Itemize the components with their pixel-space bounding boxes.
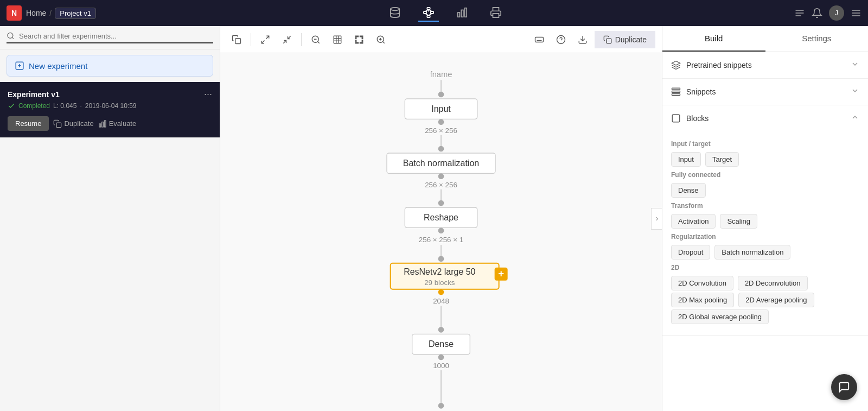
batch-norm-label: Batch normalization <box>403 159 479 168</box>
reshape-dims: 256 × 256 × 1 <box>419 236 463 244</box>
help-button[interactable] <box>551 30 571 49</box>
blocks-header[interactable]: Blocks <box>662 105 868 131</box>
2d-maxpool-chip[interactable]: 2D Max pooling <box>671 293 734 307</box>
nav-network[interactable] <box>418 4 439 22</box>
blocks-chevron <box>851 113 859 124</box>
dense-chip[interactable]: Dense <box>671 183 706 198</box>
project-name[interactable]: Project v1 <box>55 8 96 19</box>
new-experiment-button[interactable]: New experiment <box>7 55 213 77</box>
experiment-menu-button[interactable]: ··· <box>204 88 212 100</box>
canvas-toolbar: Duplicate <box>220 26 662 53</box>
snippets-title: Snippets <box>671 87 716 97</box>
2d-row-2: 2D Max pooling 2D Average pooling <box>671 293 859 307</box>
svg-marker-85 <box>672 61 680 66</box>
pretrained-snippets-label: Pretrained snippets <box>686 61 752 69</box>
breadcrumb: Home / Project v1 <box>26 8 96 19</box>
svg-rect-13 <box>493 14 499 17</box>
search-container <box>0 26 220 49</box>
svg-point-61 <box>438 146 444 152</box>
batch-norm-chip[interactable]: Batch normalization <box>714 245 790 260</box>
duplicate-toolbar-button[interactable]: Duplicate <box>595 31 655 48</box>
svg-line-30 <box>266 36 269 39</box>
search-icon <box>7 31 15 40</box>
duplicate-button[interactable]: Duplicate <box>53 119 93 128</box>
evaluate-button[interactable]: Evaluate <box>98 119 137 128</box>
fit-alt-button[interactable] <box>349 30 369 49</box>
hamburger-icon[interactable] <box>851 8 861 18</box>
svg-point-65 <box>438 200 444 206</box>
duplicate-toolbar-label: Duplicate <box>615 35 647 44</box>
copy-toolbar-button[interactable] <box>227 30 246 49</box>
svg-point-67 <box>438 227 444 233</box>
svg-rect-29 <box>235 38 241 43</box>
activation-chip[interactable]: Activation <box>671 214 716 229</box>
input-node-label: Input <box>431 104 451 113</box>
collapse-panel-button[interactable] <box>651 208 662 230</box>
experiment-status: Completed L: 0.045 · 2019-06-04 10:59 <box>8 102 212 110</box>
nav-print[interactable] <box>486 4 506 22</box>
zoom-in-button[interactable] <box>371 30 391 49</box>
tab-build[interactable]: Build <box>662 26 765 52</box>
input-target-label: Input / target <box>671 140 859 148</box>
layers-icon-1 <box>671 60 681 70</box>
snippets-label: Snippets <box>686 87 716 96</box>
lines-icon[interactable] <box>794 8 805 18</box>
snippets-header[interactable]: Snippets <box>662 79 868 105</box>
svg-rect-11 <box>461 10 463 17</box>
status-completed: Completed <box>18 102 50 110</box>
batch-norm-dims: 256 × 256 <box>425 181 457 189</box>
svg-rect-1 <box>427 8 430 10</box>
zoom-out-button[interactable] <box>306 30 326 49</box>
svg-rect-27 <box>101 122 103 127</box>
2d-globalavg-chip[interactable]: 2D Global average pooling <box>671 309 769 324</box>
evaluate-label: Evaluate <box>109 119 137 128</box>
pretrained-snippets-title: Pretrained snippets <box>671 60 752 70</box>
input-chip[interactable]: Input <box>671 152 701 167</box>
scaling-chip[interactable]: Scaling <box>720 214 757 229</box>
2d-conv-chip[interactable]: 2D Convolution <box>671 276 733 290</box>
sidebar: New experiment Experiment v1 ··· Complet… <box>0 26 220 411</box>
expand-toolbar-button[interactable] <box>256 30 275 49</box>
blocks-content: Input / target Input Target Fully connec… <box>662 131 868 335</box>
svg-rect-2 <box>423 11 426 14</box>
bell-icon[interactable] <box>812 8 822 18</box>
2d-avgpool-chip[interactable]: 2D Average pooling <box>738 293 814 307</box>
experiment-date: 2019-06-04 10:59 <box>85 102 137 110</box>
pretrained-snippets-header[interactable]: Pretrained snippets <box>662 52 868 78</box>
svg-point-75 <box>438 355 444 361</box>
dropout-chip[interactable]: Dropout <box>671 245 710 260</box>
svg-line-35 <box>317 41 319 43</box>
pretrained-snippets-section: Pretrained snippets <box>662 52 868 79</box>
2d-deconv-chip[interactable]: 2D Deconvolution <box>738 276 808 290</box>
experiment-loss: L: 0.045 <box>53 102 76 110</box>
avatar[interactable]: J <box>829 5 844 21</box>
svg-point-77 <box>438 403 444 409</box>
blocks-title: Blocks <box>671 113 709 123</box>
download-button[interactable] <box>573 30 592 49</box>
2d-row-1: 2D Convolution 2D Deconvolution <box>671 276 859 290</box>
transform-row: Activation Scaling <box>671 214 859 229</box>
add-icon: + <box>498 268 504 279</box>
tab-settings[interactable]: Settings <box>765 26 869 52</box>
target-chip[interactable]: Target <box>705 152 739 167</box>
dense1-label: Dense <box>429 339 454 349</box>
home-link[interactable]: Home <box>26 9 46 17</box>
main-layout: New experiment Experiment v1 ··· Complet… <box>0 26 868 411</box>
svg-point-0 <box>390 8 399 11</box>
nav-database[interactable] <box>385 4 405 22</box>
navbar: N Home / Project v1 <box>0 0 868 26</box>
resnetv2-dims: 2048 <box>433 297 449 305</box>
input-target-row: Input Target <box>671 152 859 167</box>
app-logo[interactable]: N <box>7 5 22 21</box>
resume-button[interactable]: Resume <box>8 116 49 131</box>
fit-button[interactable] <box>328 30 347 49</box>
svg-rect-26 <box>99 124 101 127</box>
shrink-toolbar-button[interactable] <box>277 30 297 49</box>
nav-chart[interactable] <box>452 4 473 22</box>
keyboard-shortcut-button[interactable] <box>529 30 549 49</box>
svg-point-63 <box>438 173 444 179</box>
svg-point-20 <box>8 33 13 38</box>
chat-bubble-button[interactable] <box>831 374 857 400</box>
svg-line-9 <box>429 10 432 12</box>
search-input[interactable] <box>19 32 213 40</box>
